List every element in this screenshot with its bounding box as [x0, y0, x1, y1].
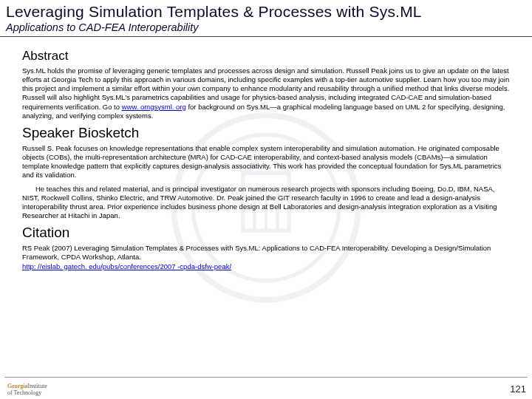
gt-logo: GeorgiaInstitute of Technology: [7, 383, 47, 396]
content-area: Abstract Sys.ML holds the promise of lev…: [0, 37, 532, 271]
citation-link[interactable]: http: //eislab. gatech. edu/pubs/confere…: [22, 262, 231, 270]
abstract-link[interactable]: www. omgsysml. org: [122, 103, 186, 111]
abstract-text: Sys.ML holds the promise of leveraging g…: [22, 66, 510, 120]
page-subtitle: Applications to CAD-FEA Interoperability: [6, 21, 526, 35]
citation-body: RS Peak (2007) Leveraging Simulation Tem…: [22, 244, 491, 261]
bio-para2: He teaches this and related material, an…: [22, 185, 510, 221]
title-block: Leveraging Simulation Templates & Proces…: [0, 0, 532, 37]
slide: Leveraging Simulation Templates & Proces…: [0, 0, 532, 399]
citation-text: RS Peak (2007) Leveraging Simulation Tem…: [22, 244, 510, 270]
footer-divider: [4, 377, 528, 378]
page-title: Leveraging Simulation Templates & Proces…: [6, 3, 526, 21]
heading-citation: Citation: [22, 225, 510, 241]
heading-bio: Speaker Biosketch: [22, 125, 510, 141]
footer: GeorgiaInstitute of Technology 121: [0, 377, 532, 399]
page-number: 121: [510, 383, 526, 395]
heading-abstract: Abstract: [22, 49, 510, 64]
bio-para2-text: He teaches this and related material, an…: [22, 185, 497, 219]
logo-line3: of Technology: [7, 389, 41, 396]
bio-para1: Russell S. Peak focuses on knowledge rep…: [22, 144, 510, 180]
